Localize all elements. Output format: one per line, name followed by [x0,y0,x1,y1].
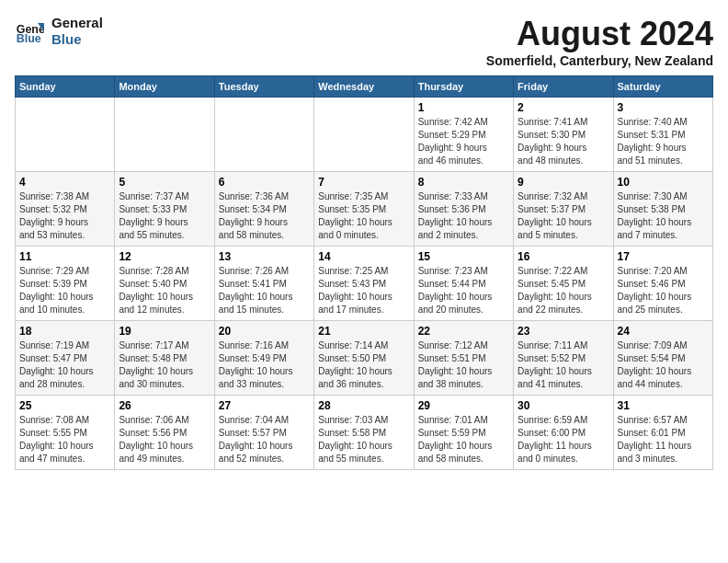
day-number: 22 [418,325,509,338]
day-number: 17 [618,250,709,263]
day-detail: Sunrise: 7:41 AM Sunset: 5:30 PM Dayligh… [518,116,609,167]
day-number: 16 [518,250,609,263]
calendar-cell: 5Sunrise: 7:37 AM Sunset: 5:33 PM Daylig… [115,172,214,247]
day-detail: Sunrise: 7:22 AM Sunset: 5:45 PM Dayligh… [518,265,609,316]
calendar-cell: 31Sunrise: 6:57 AM Sunset: 6:01 PM Dayli… [613,396,712,470]
calendar-cell: 10Sunrise: 7:30 AM Sunset: 5:38 PM Dayli… [613,172,712,247]
header-cell-thursday: Thursday [414,76,513,98]
day-detail: Sunrise: 7:25 AM Sunset: 5:43 PM Dayligh… [318,265,409,316]
day-number: 23 [518,325,609,338]
calendar-cell: 18Sunrise: 7:19 AM Sunset: 5:47 PM Dayli… [16,321,115,396]
week-row-1: 1Sunrise: 7:42 AM Sunset: 5:29 PM Daylig… [16,98,713,172]
calendar-cell: 4Sunrise: 7:38 AM Sunset: 5:32 PM Daylig… [16,172,115,247]
day-detail: Sunrise: 7:01 AM Sunset: 5:59 PM Dayligh… [418,414,509,465]
title-block: August 2024 Somerfield, Canterbury, New … [486,15,713,68]
day-detail: Sunrise: 7:11 AM Sunset: 5:52 PM Dayligh… [518,339,609,391]
day-number: 20 [219,325,310,338]
header-cell-monday: Monday [115,76,214,98]
header-cell-sunday: Sunday [16,76,115,98]
svg-text:Blue: Blue [17,32,41,45]
calendar-cell: 20Sunrise: 7:16 AM Sunset: 5:49 PM Dayli… [214,321,313,396]
logo-line1: General [51,15,103,31]
day-number: 27 [219,399,310,412]
day-number: 4 [19,176,110,189]
week-row-3: 11Sunrise: 7:29 AM Sunset: 5:39 PM Dayli… [16,247,713,321]
day-number: 6 [219,176,310,189]
logo: General Blue General Blue [15,15,103,48]
header-cell-saturday: Saturday [613,76,712,98]
calendar-cell: 8Sunrise: 7:33 AM Sunset: 5:36 PM Daylig… [414,172,513,247]
calendar-cell: 1Sunrise: 7:42 AM Sunset: 5:29 PM Daylig… [414,98,513,172]
day-detail: Sunrise: 7:30 AM Sunset: 5:38 PM Dayligh… [618,190,709,242]
calendar-header: SundayMondayTuesdayWednesdayThursdayFrid… [16,76,713,98]
day-detail: Sunrise: 7:09 AM Sunset: 5:54 PM Dayligh… [618,339,709,391]
calendar-cell: 26Sunrise: 7:06 AM Sunset: 5:56 PM Dayli… [115,396,214,470]
day-number: 14 [318,250,409,263]
day-detail: Sunrise: 7:04 AM Sunset: 5:57 PM Dayligh… [219,414,310,465]
logo-line2: Blue [51,31,103,48]
day-detail: Sunrise: 7:29 AM Sunset: 5:39 PM Dayligh… [19,265,110,316]
calendar-cell: 9Sunrise: 7:32 AM Sunset: 5:37 PM Daylig… [514,172,613,247]
day-detail: Sunrise: 7:37 AM Sunset: 5:33 PM Dayligh… [119,190,210,242]
day-detail: Sunrise: 7:33 AM Sunset: 5:36 PM Dayligh… [418,190,509,242]
calendar-cell: 27Sunrise: 7:04 AM Sunset: 5:57 PM Dayli… [214,396,313,470]
day-number: 8 [418,176,509,189]
day-detail: Sunrise: 7:32 AM Sunset: 5:37 PM Dayligh… [518,190,609,242]
calendar-cell [16,98,115,172]
day-detail: Sunrise: 7:36 AM Sunset: 5:34 PM Dayligh… [219,190,310,242]
day-number: 5 [119,176,210,189]
calendar-cell: 6Sunrise: 7:36 AM Sunset: 5:34 PM Daylig… [214,172,313,247]
calendar-cell: 11Sunrise: 7:29 AM Sunset: 5:39 PM Dayli… [16,247,115,321]
calendar-cell: 16Sunrise: 7:22 AM Sunset: 5:45 PM Dayli… [514,247,613,321]
day-detail: Sunrise: 7:14 AM Sunset: 5:50 PM Dayligh… [318,339,409,391]
calendar-cell [314,98,414,172]
calendar-cell [115,98,214,172]
day-detail: Sunrise: 7:16 AM Sunset: 5:49 PM Dayligh… [219,339,310,391]
day-number: 7 [318,176,409,189]
logo-icon: General Blue [15,17,44,46]
day-detail: Sunrise: 6:57 AM Sunset: 6:01 PM Dayligh… [618,414,709,465]
day-number: 9 [518,176,609,189]
day-detail: Sunrise: 7:17 AM Sunset: 5:48 PM Dayligh… [119,339,210,391]
month-year-title: August 2024 [486,15,713,53]
day-detail: Sunrise: 7:35 AM Sunset: 5:35 PM Dayligh… [318,190,409,242]
week-row-5: 25Sunrise: 7:08 AM Sunset: 5:55 PM Dayli… [16,396,713,470]
day-number: 28 [318,399,409,412]
week-row-2: 4Sunrise: 7:38 AM Sunset: 5:32 PM Daylig… [16,172,713,247]
day-detail: Sunrise: 6:59 AM Sunset: 6:00 PM Dayligh… [518,414,609,465]
header-row: SundayMondayTuesdayWednesdayThursdayFrid… [16,76,713,98]
day-detail: Sunrise: 7:42 AM Sunset: 5:29 PM Dayligh… [418,116,509,167]
calendar-cell: 19Sunrise: 7:17 AM Sunset: 5:48 PM Dayli… [115,321,214,396]
week-row-4: 18Sunrise: 7:19 AM Sunset: 5:47 PM Dayli… [16,321,713,396]
calendar-cell: 13Sunrise: 7:26 AM Sunset: 5:41 PM Dayli… [214,247,313,321]
calendar-cell: 28Sunrise: 7:03 AM Sunset: 5:58 PM Dayli… [314,396,414,470]
day-detail: Sunrise: 7:12 AM Sunset: 5:51 PM Dayligh… [418,339,509,391]
day-detail: Sunrise: 7:19 AM Sunset: 5:47 PM Dayligh… [19,339,110,391]
calendar-cell: 17Sunrise: 7:20 AM Sunset: 5:46 PM Dayli… [613,247,712,321]
day-detail: Sunrise: 7:20 AM Sunset: 5:46 PM Dayligh… [618,265,709,316]
calendar-cell: 12Sunrise: 7:28 AM Sunset: 5:40 PM Dayli… [115,247,214,321]
day-detail: Sunrise: 7:23 AM Sunset: 5:44 PM Dayligh… [418,265,509,316]
day-number: 13 [219,250,310,263]
calendar-cell: 24Sunrise: 7:09 AM Sunset: 5:54 PM Dayli… [613,321,712,396]
header-cell-friday: Friday [514,76,613,98]
calendar-cell: 22Sunrise: 7:12 AM Sunset: 5:51 PM Dayli… [414,321,513,396]
day-number: 3 [618,101,709,114]
calendar-cell: 25Sunrise: 7:08 AM Sunset: 5:55 PM Dayli… [16,396,115,470]
calendar-body: 1Sunrise: 7:42 AM Sunset: 5:29 PM Daylig… [16,98,713,470]
calendar-cell: 14Sunrise: 7:25 AM Sunset: 5:43 PM Dayli… [314,247,414,321]
day-number: 25 [19,399,110,412]
day-detail: Sunrise: 7:08 AM Sunset: 5:55 PM Dayligh… [19,414,110,465]
calendar-cell: 15Sunrise: 7:23 AM Sunset: 5:44 PM Dayli… [414,247,513,321]
location-subtitle: Somerfield, Canterbury, New Zealand [486,53,713,68]
day-number: 10 [618,176,709,189]
day-number: 15 [418,250,509,263]
day-number: 21 [318,325,409,338]
day-number: 24 [618,325,709,338]
calendar-cell: 7Sunrise: 7:35 AM Sunset: 5:35 PM Daylig… [314,172,414,247]
day-detail: Sunrise: 7:03 AM Sunset: 5:58 PM Dayligh… [318,414,409,465]
page-header: General Blue General Blue August 2024 So… [15,15,713,68]
calendar-cell: 2Sunrise: 7:41 AM Sunset: 5:30 PM Daylig… [514,98,613,172]
calendar-cell: 30Sunrise: 6:59 AM Sunset: 6:00 PM Dayli… [514,396,613,470]
day-number: 18 [19,325,110,338]
